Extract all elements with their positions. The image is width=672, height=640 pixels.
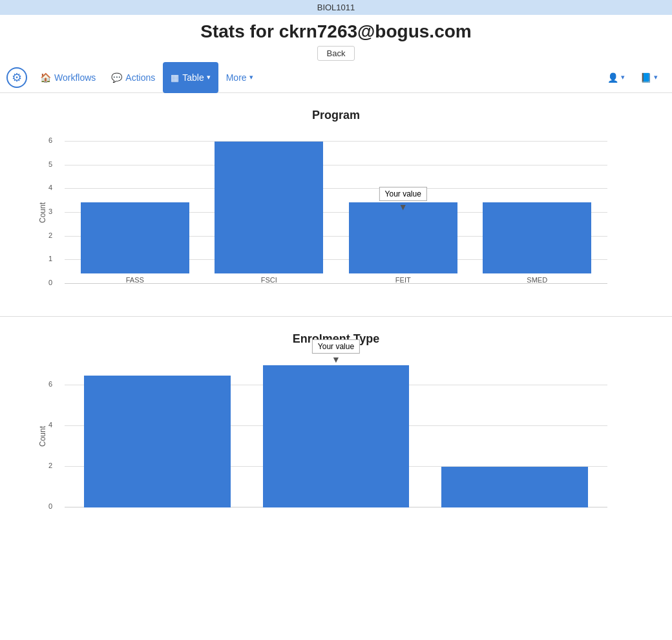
bar-label-fass: FASS bbox=[126, 276, 144, 284]
bar-group-enrol-a bbox=[71, 365, 244, 507]
grid-label-2: 2 bbox=[48, 231, 52, 239]
table-dropdown-arrow: ▾ bbox=[207, 73, 211, 81]
brand-logo: ⚙ bbox=[6, 67, 27, 88]
program-chart-section: Program Count 6 5 4 3 2 bbox=[0, 93, 672, 316]
bar-enrol-c bbox=[441, 467, 588, 507]
bar-group-smed: SMED bbox=[474, 142, 602, 284]
nav-book[interactable]: 📘 ▾ bbox=[633, 62, 666, 93]
bar-group-enrol-c bbox=[428, 365, 601, 507]
enrolment-tooltip: Your value bbox=[312, 339, 360, 354]
nav-user[interactable]: 👤 ▾ bbox=[600, 62, 633, 93]
program-tooltip: Your value bbox=[379, 187, 427, 201]
program-tooltip-label: Your value bbox=[385, 189, 421, 198]
grid-label-4: 4 bbox=[48, 184, 52, 191]
nav-actions[interactable]: 💬 Actions bbox=[103, 62, 163, 93]
nav-more[interactable]: More ▾ bbox=[218, 62, 261, 93]
user-icon: 👤 bbox=[607, 72, 618, 83]
bar-enrol-b bbox=[263, 365, 410, 507]
bar-group-feit: Your value ▼ FEIT bbox=[339, 142, 467, 284]
enrol-grid-6: 6 bbox=[48, 380, 52, 388]
grid-label-0: 0 bbox=[48, 279, 52, 286]
grid-label-5: 5 bbox=[48, 160, 52, 168]
enrolment-y-label: Count bbox=[38, 426, 47, 447]
more-dropdown-arrow: ▾ bbox=[249, 73, 253, 81]
nav-workflows-label: Workflows bbox=[54, 72, 96, 83]
book-icon: 📘 bbox=[640, 72, 651, 83]
book-dropdown-arrow: ▾ bbox=[654, 73, 658, 81]
grid-label-3: 3 bbox=[48, 208, 52, 215]
enrolment-tooltip-arrow: ▼ bbox=[331, 355, 341, 364]
bar-fass bbox=[81, 202, 189, 273]
enrolment-chart-section: Enrolment Type Count 6 4 2 0 bbox=[0, 317, 672, 540]
enrolment-bars: Your value ▼ bbox=[65, 365, 607, 507]
program-chart-area: 6 5 4 3 2 1 0 bbox=[65, 142, 607, 284]
course-code: BIOL1011 bbox=[317, 3, 355, 12]
bar-fsci bbox=[215, 142, 323, 273]
nav-table-label: Table bbox=[182, 72, 204, 83]
bar-enrol-a bbox=[84, 376, 231, 507]
top-bar: BIOL1011 bbox=[0, 0, 672, 15]
navbar-right: 👤 ▾ 📘 ▾ bbox=[600, 62, 666, 93]
bar-label-feit: FEIT bbox=[395, 276, 411, 284]
bar-feit bbox=[349, 202, 457, 273]
actions-icon: 💬 bbox=[111, 72, 122, 83]
navbar: ⚙ 🏠 Workflows 💬 Actions ▦ Table ▾ More ▾… bbox=[0, 62, 672, 93]
table-icon: ▦ bbox=[171, 72, 179, 83]
page-title: Stats for ckrn7263@bogus.com bbox=[0, 21, 672, 42]
nav-actions-label: Actions bbox=[125, 72, 155, 83]
program-chart-title: Program bbox=[26, 109, 646, 122]
enrolment-chart-area: 6 4 2 0 Your value bbox=[65, 365, 607, 507]
nav-more-label: More bbox=[226, 72, 247, 83]
workflows-icon: 🏠 bbox=[40, 72, 51, 83]
program-bars: FASS FSCI Your value ▼ FEIT bbox=[65, 142, 607, 284]
bar-smed bbox=[483, 202, 591, 273]
grid-label-1: 1 bbox=[48, 255, 52, 262]
program-y-label: Count bbox=[38, 202, 47, 223]
grid-label-6: 6 bbox=[48, 136, 52, 144]
nav-table[interactable]: ▦ Table ▾ bbox=[163, 62, 218, 93]
bar-group-enrol-b: Your value ▼ bbox=[250, 365, 423, 507]
user-dropdown-arrow: ▾ bbox=[621, 73, 625, 81]
bar-label-smed: SMED bbox=[527, 276, 547, 284]
enrol-grid-0: 0 bbox=[48, 502, 52, 510]
page-header: Stats for ckrn7263@bogus.com Back bbox=[0, 15, 672, 62]
enrol-grid-4: 4 bbox=[48, 421, 52, 429]
bar-group-fsci: FSCI bbox=[205, 142, 333, 284]
logo-icon: ⚙ bbox=[12, 70, 22, 85]
back-button[interactable]: Back bbox=[317, 46, 355, 61]
bar-label-fsci: FSCI bbox=[261, 276, 277, 284]
nav-workflows[interactable]: 🏠 Workflows bbox=[32, 62, 103, 93]
program-tooltip-arrow: ▼ bbox=[399, 202, 408, 211]
enrolment-tooltip-label: Your value bbox=[318, 342, 354, 351]
bar-group-fass: FASS bbox=[71, 142, 199, 284]
enrol-grid-2: 2 bbox=[48, 462, 52, 469]
